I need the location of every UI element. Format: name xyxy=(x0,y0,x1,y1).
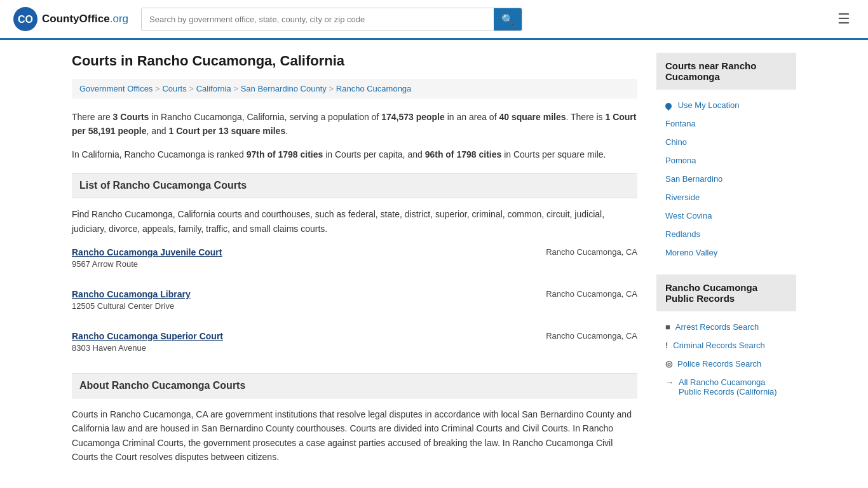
sidebar-item-fontana[interactable]: Fontana xyxy=(656,114,796,133)
about-text: Courts in Rancho Cucamonga, CA are gover… xyxy=(72,407,637,464)
breadcrumb-rancho-cucamonga[interactable]: Rancho Cucamonga xyxy=(336,84,412,93)
chino-link[interactable]: Chino xyxy=(665,137,687,147)
court-city-1: Rancho Cucamonga, CA xyxy=(523,247,637,257)
criminal-records-link[interactable]: Criminal Records Search xyxy=(673,341,765,350)
sidebar-arrest-records[interactable]: ■ Arrest Records Search xyxy=(656,318,796,336)
sidebar-item-redlands[interactable]: Redlands xyxy=(656,225,796,243)
breadcrumb-sep-2: > xyxy=(189,85,194,93)
sidebar-item-san-bernardino[interactable]: San Bernardino xyxy=(656,170,796,188)
sidebar-item-moreno-valley[interactable]: Moreno Valley xyxy=(656,243,796,262)
riverside-link[interactable]: Riverside xyxy=(665,193,700,202)
court-entry-1: Rancho Cucamonga Juvenile Court 9567 Arr… xyxy=(72,247,637,275)
location-pin-icon xyxy=(664,101,673,110)
police-records-link[interactable]: Police Records Search xyxy=(677,359,761,369)
court-link-2[interactable]: Rancho Cucamonga Library xyxy=(72,289,191,299)
breadcrumb-govt-offices[interactable]: Government Offices xyxy=(79,84,153,93)
court-link-3[interactable]: Rancho Cucamonga Superior Court xyxy=(72,331,223,341)
west-covina-link[interactable]: West Covina xyxy=(665,211,712,220)
search-button[interactable]: 🔍 xyxy=(494,8,522,30)
court-city-3: Rancho Cucamonga, CA xyxy=(523,331,637,341)
arrest-records-link[interactable]: Arrest Records Search xyxy=(675,322,759,332)
redlands-link[interactable]: Redlands xyxy=(665,229,700,239)
pomona-link[interactable]: Pomona xyxy=(665,156,696,165)
menu-button[interactable]: ☰ xyxy=(832,8,855,30)
arrest-records-icon: ■ xyxy=(665,322,670,332)
court-link-1[interactable]: Rancho Cucamonga Juvenile Court xyxy=(72,247,222,257)
court-entry-3: Rancho Cucamonga Superior Court 8303 Hav… xyxy=(72,331,637,359)
sidebar-all-public-records[interactable]: → All Rancho Cucamonga Public Records (C… xyxy=(656,373,796,401)
sidebar-criminal-records[interactable]: ! Criminal Records Search xyxy=(656,336,796,355)
list-description: Find Rancho Cucamonga, California courts… xyxy=(72,207,637,236)
logo-text: CountyOffice.org xyxy=(42,13,128,25)
court-entry-2: Rancho Cucamonga Library 12505 Cultural … xyxy=(72,289,637,317)
use-my-location-link[interactable]: Use My Location xyxy=(678,100,740,110)
court-address-3: 8303 Haven Avenue xyxy=(72,343,523,353)
svg-text:CO: CO xyxy=(18,14,33,25)
moreno-valley-link[interactable]: Moreno Valley xyxy=(665,248,717,257)
breadcrumb-california[interactable]: California xyxy=(196,84,231,93)
sidebar-item-pomona[interactable]: Pomona xyxy=(656,151,796,170)
sidebar-item-chino[interactable]: Chino xyxy=(656,133,796,151)
breadcrumb-sep-3: > xyxy=(234,85,238,93)
about-section-header: About Rancho Cucamonga Courts xyxy=(72,373,637,398)
search-icon: 🔍 xyxy=(501,14,514,25)
search-input[interactable] xyxy=(142,10,494,29)
logo[interactable]: CO CountyOffice.org xyxy=(13,6,128,32)
page-description: There are 3 Courts in Rancho Cucamonga, … xyxy=(72,110,637,139)
fontana-link[interactable]: Fontana xyxy=(665,119,696,128)
hamburger-icon: ☰ xyxy=(837,11,850,27)
sidebar-item-riverside[interactable]: Riverside xyxy=(656,188,796,207)
court-address-1: 9567 Arrow Route xyxy=(72,259,523,269)
page-title: Courts in Rancho Cucamonga, California xyxy=(72,53,637,69)
breadcrumb-sep-4: > xyxy=(329,85,334,93)
all-public-records-link[interactable]: All Rancho Cucamonga Public Records (Cal… xyxy=(679,377,787,396)
court-city-2: Rancho Cucamonga, CA xyxy=(523,289,637,299)
breadcrumb: Government Offices > Courts > California… xyxy=(72,79,637,98)
breadcrumb-courts[interactable]: Courts xyxy=(162,84,186,93)
criminal-records-icon: ! xyxy=(665,341,668,350)
breadcrumb-san-bernardino-county[interactable]: San Bernardino County xyxy=(241,84,327,93)
list-section-header: List of Rancho Cucamonga Courts xyxy=(72,173,637,198)
search-bar: 🔍 xyxy=(141,8,522,31)
sidebar-use-my-location[interactable]: Use My Location xyxy=(656,96,796,114)
court-address-2: 12505 Cultural Center Drive xyxy=(72,301,523,311)
sidebar-police-records[interactable]: ◎ Police Records Search xyxy=(656,355,796,373)
police-records-icon: ◎ xyxy=(665,359,672,369)
logo-icon: CO xyxy=(13,6,38,32)
page-description-2: In California, Rancho Cucamonga is ranke… xyxy=(72,147,637,161)
san-bernardino-link[interactable]: San Bernardino xyxy=(665,174,722,184)
sidebar-item-west-covina[interactable]: West Covina xyxy=(656,207,796,225)
sidebar-public-records-title: Rancho Cucamonga Public Records xyxy=(656,274,796,311)
sidebar-nearby-title: Courts near Rancho Cucamonga xyxy=(656,53,796,90)
breadcrumb-sep-1: > xyxy=(155,85,159,93)
all-records-icon: → xyxy=(665,377,674,387)
